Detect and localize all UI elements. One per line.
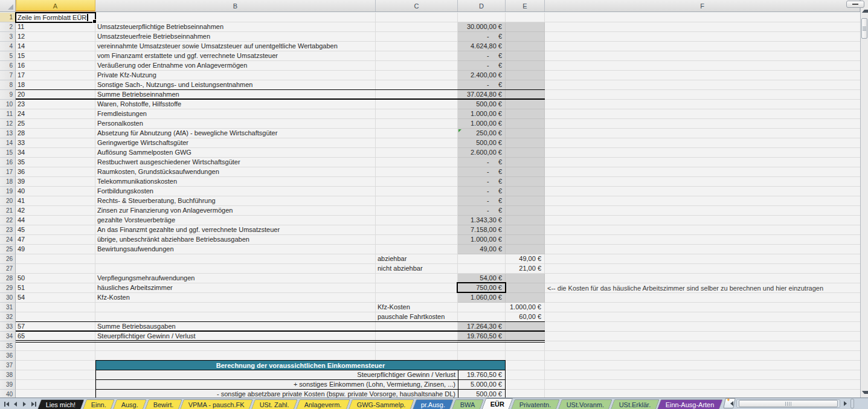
- row-header-28[interactable]: 28: [0, 274, 16, 283]
- row-header-9[interactable]: 9: [0, 90, 16, 100]
- row-header-13[interactable]: 13: [0, 129, 16, 138]
- tax-row-value[interactable]: 5.000,00 €: [458, 380, 505, 389]
- cell-D26[interactable]: [458, 254, 506, 264]
- cell-F21[interactable]: [545, 206, 860, 216]
- row-header-12[interactable]: 12: [0, 119, 16, 129]
- cell-B22[interactable]: gezahlte Vorsteuerbeträge: [95, 216, 376, 225]
- cell-B18[interactable]: Telekommunikationskosten: [95, 177, 376, 187]
- cell-A17[interactable]: 36: [16, 167, 95, 177]
- cell-A24[interactable]: 47: [16, 235, 95, 245]
- cell-E3[interactable]: [506, 32, 545, 42]
- cell-C4[interactable]: [376, 42, 458, 51]
- row-header-32[interactable]: 32: [0, 312, 16, 322]
- row-header-23[interactable]: 23: [0, 225, 16, 235]
- cell-F24[interactable]: [545, 235, 860, 245]
- row-header-11[interactable]: 11: [0, 109, 16, 119]
- cell-editor-A1[interactable]: Zeile im Formblatt EÜR: [15, 12, 96, 23]
- cell-C25[interactable]: [376, 245, 458, 254]
- cell-F1[interactable]: [545, 13, 860, 22]
- cell-C20[interactable]: [376, 196, 458, 206]
- cell-E24[interactable]: [506, 235, 545, 245]
- cell-C27[interactable]: nicht abziehbar: [376, 264, 458, 274]
- row-header-35[interactable]: 35: [0, 341, 16, 351]
- cell-D23[interactable]: 7.158,00 €: [458, 225, 506, 235]
- cell-F15[interactable]: [545, 148, 860, 158]
- cell-F3[interactable]: [545, 32, 860, 42]
- row-header-22[interactable]: 22: [0, 216, 16, 225]
- cell-B36[interactable]: [95, 351, 376, 361]
- cell-E5[interactable]: [506, 51, 545, 61]
- cell-E36[interactable]: [506, 351, 545, 361]
- row-header-31[interactable]: 31: [0, 303, 16, 312]
- cell-E30[interactable]: [506, 293, 545, 303]
- first-sheet-button[interactable]: [2, 400, 10, 408]
- cell-F34[interactable]: [545, 332, 860, 341]
- sheet-tab-ust-erkl-r-[interactable]: USt.Erklär.: [611, 399, 659, 409]
- cell-B32[interactable]: [95, 312, 376, 322]
- scroll-right-button[interactable]: [841, 399, 849, 408]
- cell-A23[interactable]: 45: [16, 225, 95, 235]
- cell-A39[interactable]: [16, 380, 95, 390]
- tab-split-handle[interactable]: [850, 399, 854, 408]
- row-header-14[interactable]: 14: [0, 138, 16, 148]
- sheet-tab-bewirt-[interactable]: Bewirt.: [145, 399, 182, 409]
- cell-B3[interactable]: Umsatzsteuerfreie Betriebseinnahmen: [95, 32, 376, 42]
- cell-B30[interactable]: Kfz-Kosten: [95, 293, 376, 303]
- cell-C36[interactable]: [376, 351, 458, 361]
- cell-C12[interactable]: [376, 119, 458, 129]
- cell-C30[interactable]: [376, 293, 458, 303]
- row-header-4[interactable]: 4: [0, 42, 16, 51]
- cell-E25[interactable]: [506, 245, 545, 254]
- row-header-30[interactable]: 30: [0, 293, 16, 303]
- cell-C11[interactable]: [376, 109, 458, 119]
- cell-F2[interactable]: [545, 22, 860, 32]
- last-sheet-button[interactable]: [30, 400, 37, 408]
- cell-C8[interactable]: [376, 80, 458, 90]
- cell-E28[interactable]: [506, 274, 545, 283]
- cell-E20[interactable]: [506, 196, 545, 206]
- cell-E15[interactable]: [506, 148, 545, 158]
- cell-D4[interactable]: 4.624,80 €: [458, 42, 506, 51]
- cell-B14[interactable]: Geringwertige Wirtschaftsgüter: [95, 138, 376, 148]
- cell-D22[interactable]: 1.343,30 €: [458, 216, 506, 225]
- cell-C16[interactable]: [376, 158, 458, 167]
- cell-E21[interactable]: [506, 206, 545, 216]
- cell-F39[interactable]: [545, 380, 860, 390]
- row-header-6[interactable]: 6: [0, 61, 16, 71]
- cell-E19[interactable]: [506, 187, 545, 196]
- cell-F12[interactable]: [545, 119, 860, 129]
- cell-D3[interactable]: - €: [458, 32, 506, 42]
- cell-F38[interactable]: [545, 370, 860, 380]
- sheet-tab-lies-mich-[interactable]: Lies mich!: [37, 399, 84, 409]
- cell-E14[interactable]: [506, 138, 545, 148]
- cell-E22[interactable]: [506, 216, 545, 225]
- cell-F14[interactable]: [545, 138, 860, 148]
- cell-E40[interactable]: [506, 390, 545, 398]
- sheet-tab-e-r[interactable]: EÜR: [481, 398, 513, 409]
- cell-B13[interactable]: Absetzung für Abnutzung (AfA) - beweglic…: [95, 129, 376, 138]
- row-header-1[interactable]: 1: [0, 13, 16, 22]
- cell-D10[interactable]: 500,00 €: [458, 100, 506, 109]
- cell-A31[interactable]: [16, 303, 95, 312]
- cell-E1[interactable]: [506, 13, 545, 22]
- cell-A29[interactable]: 51: [16, 283, 95, 293]
- cell-E37[interactable]: [506, 361, 545, 370]
- cell-B7[interactable]: Private Kfz-Nutzung: [95, 71, 376, 80]
- cell-D7[interactable]: 2.400,00 €: [458, 71, 506, 80]
- cell-A7[interactable]: 17: [16, 71, 95, 80]
- cell-F11[interactable]: [545, 109, 860, 119]
- row-header-37[interactable]: 37: [0, 361, 16, 370]
- cell-C35[interactable]: [376, 341, 458, 351]
- cell-B15[interactable]: Auflösung Sammelposten GWG: [95, 148, 376, 158]
- cell-A25[interactable]: 49: [16, 245, 95, 254]
- cell-F8[interactable]: [545, 80, 860, 90]
- cell-A28[interactable]: 50: [16, 274, 95, 283]
- sheet-tab-ausg-[interactable]: Ausg.: [113, 399, 147, 409]
- cell-C22[interactable]: [376, 216, 458, 225]
- row-header-36[interactable]: 36: [0, 351, 16, 361]
- sheet-tab-einn-[interactable]: Einn.: [83, 399, 115, 409]
- cell-D15[interactable]: 2.600,00 €: [458, 148, 506, 158]
- cell-E13[interactable]: [506, 129, 545, 138]
- cell-F20[interactable]: [545, 196, 860, 206]
- cell-D1[interactable]: [458, 13, 506, 22]
